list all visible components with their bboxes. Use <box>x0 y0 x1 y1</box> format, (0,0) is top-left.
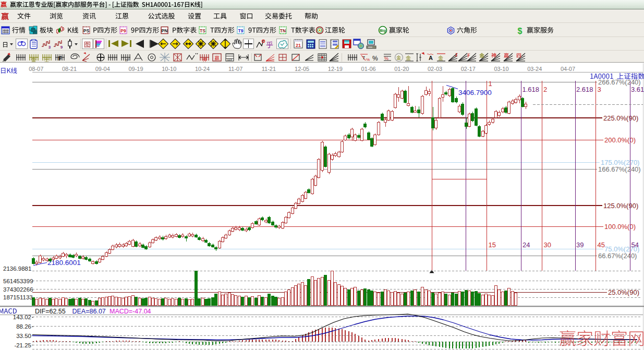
svg-text:9: 9 <box>60 45 63 50</box>
svg-text:1.618: 1.618 <box>523 86 540 93</box>
svg-text:25.0%(90): 25.0%(90) <box>608 288 639 296</box>
svg-text:12-05: 12-05 <box>295 66 309 72</box>
svg-text:10-10: 10-10 <box>162 66 176 72</box>
svg-text:02-03: 02-03 <box>428 66 442 72</box>
svg-text:2: 2 <box>543 86 547 93</box>
svg-text:n²: n² <box>125 58 129 63</box>
svg-text:02-17: 02-17 <box>461 66 476 72</box>
svg-text:200.0%(0): 200.0%(0) <box>604 136 636 144</box>
svg-text:01-06: 01-06 <box>361 66 376 72</box>
svg-text:1: 1 <box>489 80 492 88</box>
svg-text:03-24: 03-24 <box>527 66 542 72</box>
svg-text:MACD=-47.04: MACD=-47.04 <box>110 308 151 315</box>
svg-text:11-21: 11-21 <box>262 66 276 72</box>
svg-text:03-10: 03-10 <box>494 66 508 72</box>
svg-text:DEA=86.07: DEA=86.07 <box>72 308 106 315</box>
svg-text:09-19: 09-19 <box>128 66 143 72</box>
svg-text:7: 7 <box>362 55 365 61</box>
svg-text:561453399: 561453399 <box>3 278 33 284</box>
svg-text:15: 15 <box>489 241 496 249</box>
svg-text:TN: TN <box>280 28 286 33</box>
svg-text:374302266: 374302266 <box>3 286 33 293</box>
svg-text:54: 54 <box>631 241 639 249</box>
svg-text:Big: Big <box>380 28 386 33</box>
svg-text:J: J <box>455 52 457 57</box>
svg-text:2.618: 2.618 <box>576 86 593 93</box>
svg-text:P9: P9 <box>120 28 126 33</box>
svg-text:F: F <box>58 56 62 62</box>
svg-text:11-07: 11-07 <box>228 66 242 72</box>
svg-text:2136.9881: 2136.9881 <box>3 265 31 272</box>
svg-text:10-24: 10-24 <box>195 66 210 72</box>
svg-text:08-07: 08-07 <box>29 66 43 72</box>
svg-text:PS: PS <box>83 28 90 33</box>
svg-text:39: 39 <box>576 241 584 249</box>
svg-text:TS: TS <box>200 28 205 33</box>
svg-text:%: % <box>372 55 378 62</box>
svg-text:DIF=62.55: DIF=62.55 <box>35 308 66 315</box>
svg-text:%: % <box>366 57 370 62</box>
svg-text:100.0%(0): 100.0%(0) <box>604 223 636 231</box>
svg-text:88.26: 88.26 <box>16 323 31 330</box>
svg-text:3: 3 <box>598 86 601 93</box>
svg-text:24: 24 <box>523 241 530 249</box>
svg-text:33.50: 33.50 <box>16 333 31 339</box>
svg-text:3.61: 3.61 <box>631 86 644 93</box>
svg-text:01-20: 01-20 <box>394 66 409 72</box>
svg-text:225.0%(90): 225.0%(90) <box>603 114 638 122</box>
svg-text:143.02: 143.02 <box>13 314 31 320</box>
svg-text:08-21: 08-21 <box>62 66 77 72</box>
svg-text:187151133: 187151133 <box>3 294 33 300</box>
svg-text:12-19: 12-19 <box>328 66 343 72</box>
svg-text:3: 3 <box>48 45 51 50</box>
svg-text:PN: PN <box>162 28 168 33</box>
svg-text:2180.6001: 2180.6001 <box>47 259 81 267</box>
svg-text:66.67%(240): 66.67%(240) <box>598 252 637 260</box>
svg-text:T9: T9 <box>238 28 244 33</box>
svg-text:A: A <box>429 55 433 61</box>
svg-text:45: 45 <box>598 241 605 249</box>
svg-text:-21.25: -21.25 <box>14 342 31 348</box>
svg-text:3406.7900: 3406.7900 <box>458 89 492 96</box>
svg-text:30: 30 <box>544 241 551 249</box>
svg-text:$: $ <box>518 27 523 35</box>
svg-text:125.0%(90): 125.0%(90) <box>603 202 638 210</box>
svg-text:123: 123 <box>227 58 232 61</box>
svg-text:04-07: 04-07 <box>561 66 575 72</box>
svg-text:09-04: 09-04 <box>95 66 110 72</box>
svg-text:166.67%(240): 166.67%(240) <box>598 165 641 173</box>
svg-text:21: 21 <box>296 43 301 48</box>
